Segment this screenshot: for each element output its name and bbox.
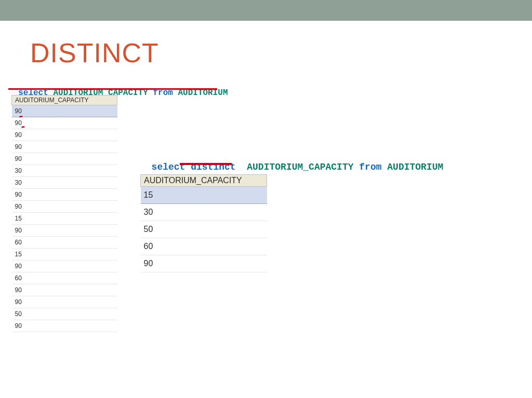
table-row: 90 [12,189,117,201]
table-row: 90 [12,153,117,165]
table-cell: 60 [12,237,117,249]
table-cell: 90 [12,129,117,141]
table-cell: 90 [141,255,267,272]
table-row: 60 [12,272,117,284]
table-row: 30 [12,177,117,189]
slide-title: DISTINCT [30,37,159,68]
table-cell: 90 [12,260,117,272]
table-cell: 90 [12,320,117,332]
table-row: 15 [141,187,267,204]
table-cell: 15 [12,213,117,225]
table-row: 90 [12,117,117,129]
table-header: AUDITORIUM_CAPACITY [141,175,267,187]
table-cell: 15 [141,187,267,204]
table-cell: 90 [12,189,117,201]
table-row: 90 [12,260,117,272]
table-cell: 50 [141,221,267,238]
table-row: 90 [12,296,117,308]
table-cell: 50 [12,308,117,320]
red-underline-1 [8,88,217,90]
table-row: 30 [141,204,267,221]
table-cell: 90 [12,296,117,308]
table-header: AUDITORIUM_CAPACITY [12,95,117,105]
table-cell: 90 [12,105,117,117]
table-row: 90 [12,320,117,332]
table-row: 30 [12,165,117,177]
table-row: 90 [12,225,117,237]
result-table-1: AUDITORIUM_CAPACITY 90909090903030909015… [11,95,117,332]
table-cell: 90 [12,225,117,237]
table-row: 90 [12,141,117,153]
table-cell: 30 [12,177,117,189]
table-row: 15 [12,213,117,225]
table-cell: 30 [12,165,117,177]
table-row: 50 [12,308,117,320]
table-row: 60 [12,237,117,249]
sql-keyword-from: from [354,162,388,172]
table-row: 50 [141,221,267,238]
table-row: 90 [12,129,117,141]
slide-top-bar [0,0,532,21]
table-cell: 90 [12,201,117,213]
sql-query-2: select distinct AUDITORIUM_CAPACITY from… [140,152,443,172]
table-row: 90 [12,284,117,296]
table-cell: 90 [12,284,117,296]
table-row: 60 [141,238,267,255]
table-row: 90 [141,255,267,272]
table-cell: 60 [141,238,267,255]
table-row: 15 [12,249,117,260]
table-cell: 90 [12,141,117,153]
table-cell: 30 [141,204,267,221]
table-cell: 60 [12,272,117,284]
table-cell: 15 [12,249,117,260]
sql-ident-table: AUDITORIUM [387,162,443,172]
table-row: 90 [12,105,117,117]
sql-ident-col: AUDITORIUM_CAPACITY [247,162,353,172]
red-underline-2 [180,163,232,165]
table-cell: 90 [12,153,117,165]
table-row: 90 [12,201,117,213]
table-cell: 90 [12,117,117,129]
result-table-2: AUDITORIUM_CAPACITY 1530506090 [140,174,267,272]
